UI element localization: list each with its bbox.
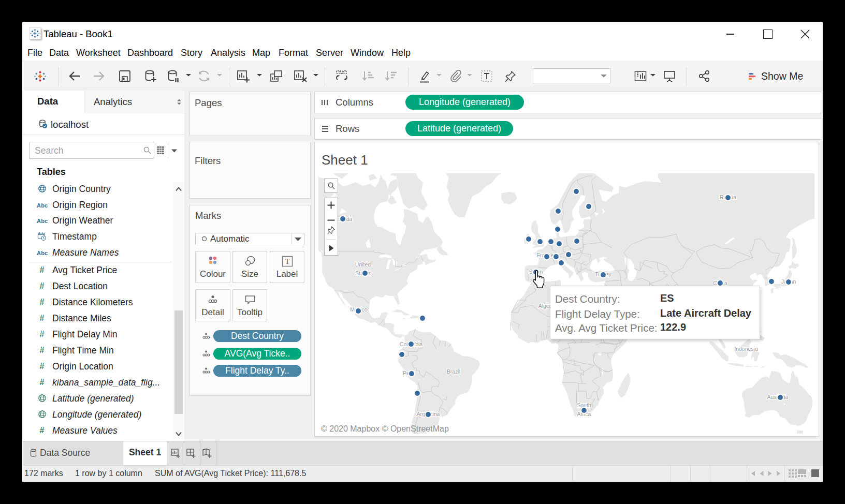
svg-text:T: T bbox=[285, 257, 289, 265]
svg-text:Brazil: Brazil bbox=[447, 368, 460, 375]
svg-text:Indonesia: Indonesia bbox=[734, 346, 758, 352]
svg-text:United: United bbox=[355, 261, 371, 268]
